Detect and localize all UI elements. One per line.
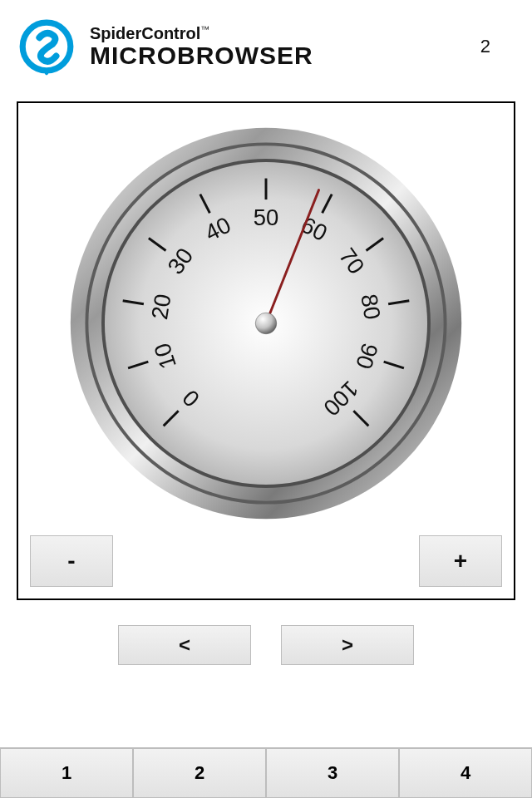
next-page-button[interactable]: >: [281, 625, 414, 665]
plus-button[interactable]: +: [419, 535, 502, 587]
tab-4[interactable]: 4: [399, 748, 532, 798]
svg-text:80: 80: [356, 293, 385, 322]
bottom-tabbar: 1 2 3 4: [0, 747, 532, 798]
minus-button[interactable]: -: [30, 535, 113, 587]
brand-name: SpiderControl: [90, 24, 200, 42]
tab-1[interactable]: 1: [0, 748, 133, 798]
gauge-dial: 0102030405060708090100: [62, 120, 470, 527]
app-header: SpiderControl™ MICROBROWSER 2: [0, 0, 532, 85]
tab-3[interactable]: 3: [266, 748, 399, 798]
tm-symbol: ™: [200, 24, 209, 34]
spider-logo-icon: [17, 17, 76, 76]
gauge-panel: 0102030405060708090100 - +: [17, 101, 515, 600]
nav-row: < >: [0, 625, 532, 665]
brand-block: SpiderControl™ MICROBROWSER: [90, 25, 480, 69]
page-number: 2: [480, 36, 507, 57]
plus-minus-row: - +: [30, 535, 502, 587]
tab-2[interactable]: 2: [133, 748, 266, 798]
svg-text:20: 20: [146, 293, 175, 322]
prev-page-button[interactable]: <: [118, 625, 251, 665]
brand-product: MICROBROWSER: [90, 42, 480, 69]
svg-point-29: [255, 313, 276, 333]
svg-text:50: 50: [254, 204, 279, 230]
